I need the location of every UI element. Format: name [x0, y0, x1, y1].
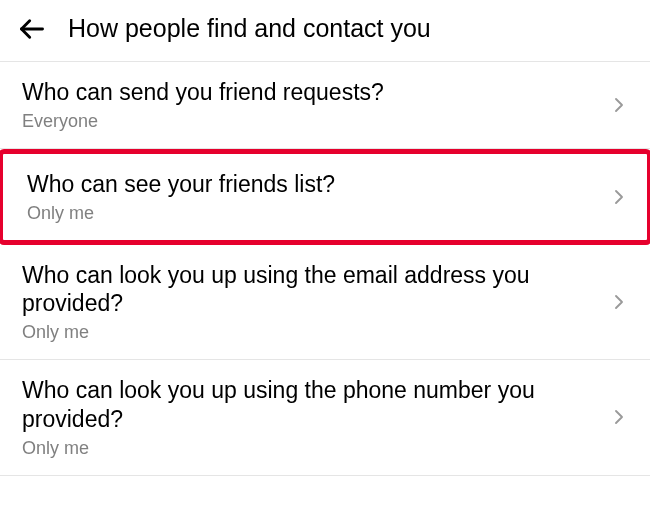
row-friend-requests[interactable]: Who can send you friend requests? Everyo…: [0, 62, 650, 149]
page-title: How people find and contact you: [68, 14, 431, 43]
row-text: Who can see your friends list? Only me: [27, 170, 594, 224]
row-label: Who can send you friend requests?: [22, 78, 594, 107]
header-bar: How people find and contact you: [0, 0, 650, 62]
chevron-right-icon: [610, 188, 628, 206]
row-friends-list[interactable]: Who can see your friends list? Only me: [0, 149, 650, 245]
row-value: Only me: [22, 322, 594, 343]
row-label: Who can look you up using the email addr…: [22, 261, 594, 319]
chevron-right-icon: [610, 293, 628, 311]
row-lookup-email[interactable]: Who can look you up using the email addr…: [0, 245, 650, 361]
row-value: Only me: [22, 438, 594, 459]
chevron-right-icon: [610, 96, 628, 114]
back-arrow-icon[interactable]: [18, 15, 46, 43]
row-value: Everyone: [22, 111, 594, 132]
row-lookup-phone[interactable]: Who can look you up using the phone numb…: [0, 360, 650, 476]
row-label: Who can see your friends list?: [27, 170, 594, 199]
row-value: Only me: [27, 203, 594, 224]
chevron-right-icon: [610, 408, 628, 426]
settings-list: Who can send you friend requests? Everyo…: [0, 62, 650, 476]
row-text: Who can send you friend requests? Everyo…: [22, 78, 594, 132]
row-text: Who can look you up using the phone numb…: [22, 376, 594, 459]
row-label: Who can look you up using the phone numb…: [22, 376, 594, 434]
row-text: Who can look you up using the email addr…: [22, 261, 594, 344]
